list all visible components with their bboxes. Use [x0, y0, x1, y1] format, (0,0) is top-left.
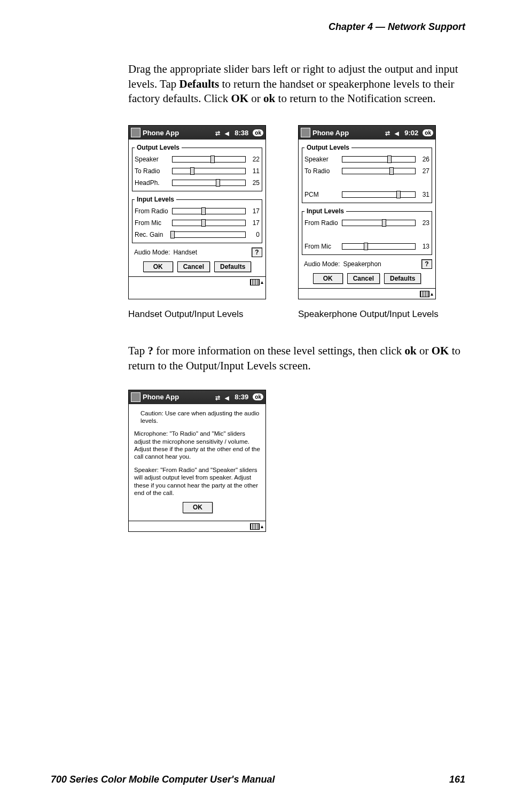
rec-gain-slider[interactable]	[172, 231, 246, 238]
titlebar: Phone App 9:02 ok	[299, 126, 435, 140]
slider-row: Speaker26	[304, 153, 429, 165]
slider-label: To Radio	[304, 167, 340, 175]
para2-mid2: or	[417, 344, 432, 357]
slider-label: Rec. Gain	[135, 231, 170, 238]
help-screenshot: Phone App 8:39 ok Caution: Use care when…	[128, 390, 266, 532]
running-header: Chapter 4 — Network Support	[51, 21, 465, 33]
slider-value: 26	[418, 156, 429, 163]
from-mic-slider[interactable]	[172, 220, 246, 226]
titlebar-ok-button[interactable]: ok	[253, 129, 263, 136]
slider-row: HeadPh.25	[135, 177, 260, 189]
keyboard-icon[interactable]	[250, 523, 260, 530]
slider-row: PCM31	[304, 189, 429, 200]
audio-mode-value: Speakerphon	[343, 260, 381, 268]
output-levels-group: Output Levels Speaker26 To Radio27 PCM31	[302, 144, 432, 203]
input-levels-group: Input Levels From Radio23 From Mic13	[302, 207, 432, 255]
speaker-slider[interactable]	[342, 156, 416, 163]
slider-value: 25	[248, 179, 260, 187]
start-flag-icon[interactable]	[301, 128, 310, 137]
cancel-button[interactable]: Cancel	[347, 273, 380, 284]
slider-label: HeadPh.	[135, 179, 170, 187]
slider-label: From Radio	[304, 219, 340, 227]
sip-up-icon[interactable]: ▴	[261, 523, 263, 529]
input-levels-group: Input Levels From Radio17 From Mic17 Rec…	[132, 196, 262, 243]
volume-icon[interactable]	[225, 129, 232, 136]
audio-mode-label: Audio Mode:	[304, 260, 340, 268]
slider-value: 27	[418, 167, 429, 175]
para1-defaults: Defaults	[179, 78, 220, 90]
slider-value: 23	[418, 219, 429, 227]
audio-mode-value: Handset	[173, 249, 197, 256]
ok-button[interactable]: OK	[313, 273, 343, 284]
ok-button[interactable]: OK	[143, 261, 173, 272]
start-flag-icon[interactable]	[131, 128, 140, 137]
keyboard-icon[interactable]	[420, 291, 429, 297]
connectivity-icon[interactable]	[215, 129, 223, 136]
para2-question: ?	[147, 344, 153, 357]
connectivity-icon[interactable]	[385, 129, 393, 136]
sip-up-icon[interactable]: ▴	[431, 291, 433, 297]
keyboard-icon[interactable]	[250, 279, 260, 285]
output-legend: Output Levels	[135, 144, 182, 151]
slider-label: From Mic	[304, 243, 340, 250]
slider-value: 31	[418, 191, 429, 198]
to-radio-slider[interactable]	[342, 168, 416, 174]
para1-ok-lower: ok	[263, 92, 275, 105]
slider-row: From Mic17	[135, 217, 260, 229]
speaker-slider[interactable]	[172, 156, 246, 163]
defaults-button[interactable]: Defaults	[384, 273, 421, 284]
to-radio-slider[interactable]	[172, 168, 246, 174]
connectivity-icon[interactable]	[215, 393, 223, 401]
slider-row: From Radio23	[304, 217, 429, 229]
help-ok-button[interactable]: OK	[183, 502, 213, 513]
help-caution: Caution: Use care when adjusting the aud…	[134, 409, 261, 425]
help-speaker: Speaker: "From Radio" and "Speaker" slid…	[134, 466, 261, 497]
pcm-slider[interactable]	[342, 191, 416, 198]
input-legend: Input Levels	[304, 207, 346, 215]
from-radio-slider[interactable]	[342, 220, 416, 226]
slider-label: To Radio	[135, 167, 170, 175]
help-button[interactable]: ?	[252, 248, 262, 257]
titlebar-ok-button[interactable]: ok	[423, 129, 433, 136]
footer-manual-title: 700 Series Color Mobile Computer User's …	[51, 774, 275, 785]
speakerphone-screenshot: Phone App 9:02 ok Output Levels Speaker2…	[298, 125, 436, 299]
slider-value: 13	[418, 243, 429, 250]
sip-up-icon[interactable]: ▴	[261, 279, 263, 285]
para2-ok-upper: OK	[432, 344, 449, 357]
start-flag-icon[interactable]	[131, 392, 140, 402]
slider-row: From Mic13	[304, 241, 429, 252]
output-levels-group: Output Levels Speaker22 To Radio11 HeadP…	[132, 144, 262, 191]
para2-mid1: for more information on these level sett…	[153, 344, 405, 357]
app-title: Phone App	[143, 129, 213, 137]
slider-value: 22	[248, 156, 260, 163]
audio-mode-label: Audio Mode:	[134, 249, 170, 256]
clock: 8:38	[234, 129, 248, 137]
slider-label: PCM	[304, 191, 340, 198]
defaults-button[interactable]: Defaults	[214, 261, 251, 272]
slider-label: Speaker	[135, 156, 170, 163]
slider-label: Speaker	[304, 156, 340, 163]
sip-bar: ▴	[299, 288, 435, 299]
headph-slider[interactable]	[172, 180, 246, 186]
slider-label: From Radio	[135, 207, 170, 215]
cancel-button[interactable]: Cancel	[177, 261, 210, 272]
app-title: Phone App	[312, 129, 383, 137]
from-mic-slider[interactable]	[342, 243, 416, 250]
para1-ok-upper: OK	[231, 92, 248, 105]
slider-value: 0	[248, 231, 260, 238]
help-button[interactable]: ?	[421, 259, 432, 269]
slider-row: Speaker22	[135, 153, 260, 165]
volume-icon[interactable]	[225, 393, 232, 401]
volume-icon[interactable]	[395, 129, 402, 136]
slider-value: 17	[248, 207, 260, 215]
handset-screenshot: Phone App 8:38 ok Output Levels Speaker2…	[128, 125, 266, 299]
para2-pre: Tap	[128, 344, 147, 357]
titlebar-ok-button[interactable]: ok	[253, 393, 263, 400]
slider-row: Rec. Gain0	[135, 229, 260, 241]
help-microphone: Microphone: "To Radio" and "Mic" sliders…	[134, 430, 261, 461]
sip-bar: ▴	[129, 276, 265, 287]
slider-label: From Mic	[135, 219, 170, 227]
paragraph-1: Drag the appropriate slider bars left or…	[128, 62, 465, 106]
slider-value: 11	[248, 167, 260, 175]
from-radio-slider[interactable]	[172, 208, 246, 214]
